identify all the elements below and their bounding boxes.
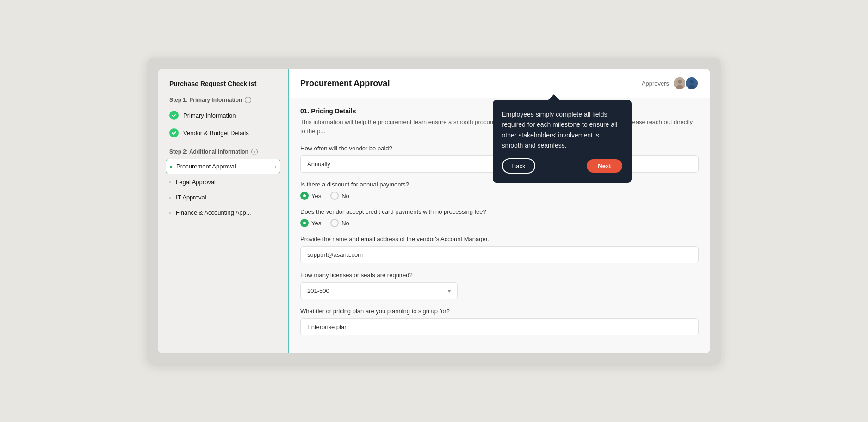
- step2-items: Procurement Approval › Legal Approval: [166, 159, 280, 220]
- step1-header: Step 1: Primary Information i: [166, 97, 280, 103]
- radio-no-annual[interactable]: No: [330, 192, 349, 200]
- sidebar-item-primary-info[interactable]: Primary Information: [166, 107, 280, 124]
- select-value-licenses: 201-500: [307, 287, 329, 294]
- field-credit-card: Does the vendor accept credit card payme…: [300, 208, 699, 227]
- field-pricing-plan: What tier or pricing plan are you planni…: [300, 308, 699, 335]
- approvers-section: Approvers: [642, 76, 699, 90]
- radio-btn-no-credit[interactable]: [330, 219, 339, 227]
- procurement-label: Procurement Approval: [176, 163, 236, 170]
- sidebar-item-procurement-approval[interactable]: Procurement Approval ›: [166, 159, 280, 174]
- check-circle-procurement: [170, 166, 172, 168]
- main-content: Procurement Approval Approvers: [288, 69, 710, 353]
- check-circle-it: [169, 197, 171, 199]
- svg-point-1: [678, 80, 682, 84]
- radio-no-credit[interactable]: No: [330, 219, 349, 227]
- label-credit-card: Does the vendor accept credit card payme…: [300, 208, 699, 215]
- it-label: IT Approval: [176, 194, 206, 201]
- input-pricing-plan[interactable]: Enterprise plan: [300, 318, 699, 335]
- step2-header: Step 2: Additional Information i: [166, 149, 280, 155]
- radio-label-no-annual: No: [341, 192, 349, 199]
- outer-wrapper: Purchase Request Checklist Step 1: Prima…: [147, 58, 721, 364]
- check-circle-primary: [169, 111, 179, 120]
- sidebar: Purchase Request Checklist Step 1: Prima…: [158, 69, 288, 353]
- sidebar-title: Purchase Request Checklist: [166, 80, 280, 87]
- field-account-manager: Provide the name and email address of th…: [300, 236, 699, 263]
- sidebar-item-it-approval[interactable]: IT Approval: [166, 190, 280, 205]
- radio-yes-annual[interactable]: Yes: [300, 192, 321, 200]
- sidebar-item-vendor-budget[interactable]: Vendor & Budget Details: [166, 124, 280, 141]
- check-circle-finance: [169, 212, 171, 214]
- avatar-2: [685, 76, 699, 90]
- legal-label: Legal Approval: [176, 179, 216, 186]
- back-button[interactable]: Back: [502, 158, 536, 174]
- radio-group-annual-discount: Yes No: [300, 192, 699, 200]
- vendor-budget-label: Vendor & Budget Details: [183, 130, 249, 137]
- label-pricing-plan: What tier or pricing plan are you planni…: [300, 308, 699, 315]
- tooltip-actions: Back Next: [502, 158, 622, 174]
- tooltip-container: Employees simply complete all fields req…: [493, 94, 632, 183]
- radio-btn-no-annual[interactable]: [330, 192, 339, 200]
- tooltip-box: Employees simply complete all fields req…: [493, 100, 632, 183]
- avatar-group: [673, 76, 699, 90]
- label-account-manager: Provide the name and email address of th…: [300, 236, 699, 242]
- chevron-down-icon: ▾: [448, 288, 451, 294]
- radio-yes-credit[interactable]: Yes: [300, 219, 321, 227]
- step1-section: Step 1: Primary Information i Primary In…: [166, 97, 280, 141]
- select-licenses[interactable]: 201-500 ▾: [300, 282, 458, 299]
- radio-label-yes-annual: Yes: [311, 192, 321, 199]
- main-header: Procurement Approval Approvers: [289, 69, 710, 98]
- label-licenses: How many licenses or seats are required?: [300, 272, 699, 279]
- sidebar-item-finance-approval[interactable]: Finance & Accounting App...: [166, 205, 280, 220]
- chevron-right-icon: ›: [274, 163, 276, 170]
- approvers-label: Approvers: [642, 80, 669, 87]
- app-container: Purchase Request Checklist Step 1: Prima…: [158, 69, 710, 353]
- step2-info-icon: i: [251, 149, 258, 155]
- next-button[interactable]: Next: [587, 159, 622, 173]
- tooltip-arrow: [548, 94, 559, 100]
- step2-section: Step 2: Additional Information i Procure…: [166, 149, 280, 220]
- check-circle-legal: [169, 181, 171, 183]
- radio-label-no-credit: No: [341, 220, 349, 227]
- field-licenses: How many licenses or seats are required?…: [300, 272, 699, 299]
- input-account-manager[interactable]: support@asana.com: [300, 246, 699, 263]
- finance-label: Finance & Accounting App...: [176, 209, 251, 216]
- svg-point-4: [690, 80, 694, 84]
- check-circle-vendor: [169, 128, 179, 137]
- primary-info-label: Primary Information: [183, 112, 236, 119]
- radio-group-credit-card: Yes No: [300, 219, 699, 227]
- radio-label-yes-credit: Yes: [311, 220, 321, 227]
- sidebar-item-legal-approval[interactable]: Legal Approval: [166, 175, 280, 189]
- field-annual-discount: Is there a discount for annual payments?…: [300, 181, 699, 200]
- radio-btn-yes-credit[interactable]: [300, 219, 309, 227]
- main-title: Procurement Approval: [300, 79, 390, 88]
- radio-btn-yes-annual[interactable]: [300, 192, 309, 200]
- tooltip-text: Employees simply complete all fields req…: [502, 109, 622, 151]
- step1-info-icon: i: [245, 97, 251, 103]
